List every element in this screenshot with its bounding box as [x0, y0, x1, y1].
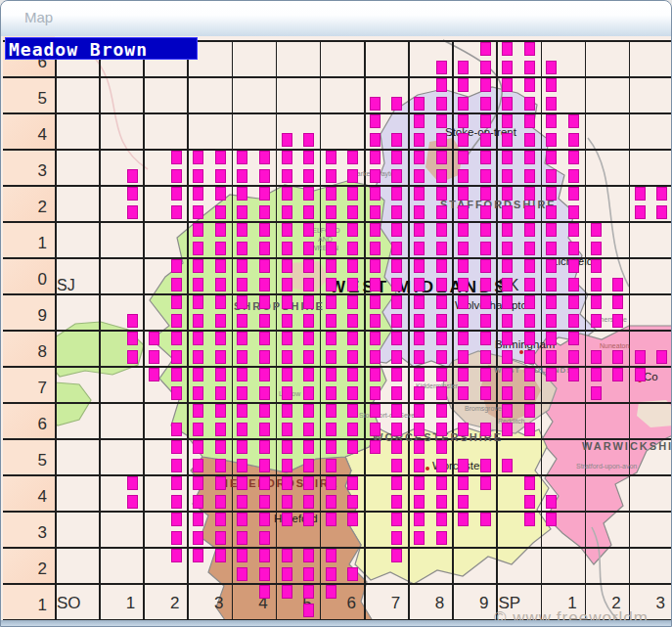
- record-mark: [303, 567, 314, 581]
- record-mark: [127, 476, 138, 490]
- record-mark: [303, 259, 314, 273]
- record-mark: [237, 169, 247, 183]
- record-mark: [546, 242, 557, 255]
- record-mark: [502, 205, 513, 219]
- record-mark: [458, 314, 469, 328]
- record-mark: [282, 295, 292, 309]
- record-mark: [414, 205, 425, 219]
- record-mark: [436, 242, 447, 255]
- record-mark: [568, 223, 579, 237]
- record-mark: [326, 259, 336, 273]
- record-mark: [237, 259, 247, 273]
- record-mark: [127, 332, 138, 345]
- record-mark: [612, 368, 623, 381]
- record-mark: [215, 440, 226, 454]
- record-mark: [193, 368, 203, 381]
- record-mark: [347, 169, 358, 183]
- record-mark: [414, 386, 425, 400]
- place-label: Bromsgrove: [465, 405, 502, 412]
- record-mark: [326, 549, 336, 562]
- record-mark: [568, 114, 579, 128]
- record-mark: [414, 476, 425, 490]
- record-mark: [370, 97, 381, 111]
- map-canvas[interactable]: 6543210987654321SO123456789SP123SJSK Sto…: [1, 36, 672, 622]
- record-mark: [480, 368, 491, 381]
- record-mark: [635, 205, 646, 219]
- record-mark: [347, 495, 358, 509]
- record-mark: [237, 459, 247, 472]
- record-mark: [303, 476, 314, 490]
- record-mark: [414, 332, 425, 345]
- record-mark: [303, 133, 314, 147]
- record-mark: [282, 585, 292, 599]
- record-mark: [193, 423, 203, 436]
- record-mark: [480, 223, 491, 237]
- record-mark: [347, 404, 358, 418]
- record-mark: [546, 295, 557, 309]
- record-mark: [524, 114, 535, 128]
- record-mark: [171, 549, 182, 562]
- record-mark: [171, 295, 182, 309]
- record-mark: [436, 151, 447, 164]
- record-mark: [259, 531, 270, 545]
- record-mark: [237, 404, 247, 418]
- record-mark: [193, 495, 203, 509]
- record-mark: [414, 314, 425, 328]
- record-mark: [370, 259, 381, 273]
- record-mark: [215, 549, 226, 562]
- record-mark: [215, 423, 226, 436]
- record-mark: [282, 205, 292, 219]
- record-mark: [347, 567, 358, 581]
- record-mark: [502, 78, 513, 92]
- record-mark: [193, 549, 203, 562]
- record-mark: [326, 187, 336, 201]
- record-mark: [591, 278, 602, 291]
- record-mark: [215, 386, 226, 400]
- record-mark: [591, 223, 602, 237]
- record-mark: [568, 332, 579, 345]
- record-mark: [193, 513, 203, 526]
- record-mark: [612, 350, 623, 364]
- record-mark: [524, 423, 535, 436]
- record-mark: [414, 151, 425, 164]
- record-mark: [546, 350, 557, 364]
- record-mark: [524, 295, 535, 309]
- record-mark: [480, 423, 491, 436]
- record-mark: [149, 332, 159, 345]
- record-mark: [568, 169, 579, 183]
- record-mark: [414, 459, 425, 472]
- grid-line-horizontal: [3, 76, 672, 78]
- record-mark: [347, 350, 358, 364]
- window-title: Map: [24, 9, 53, 25]
- record-mark: [215, 368, 226, 381]
- record-mark: [127, 205, 138, 219]
- title-bar[interactable]: Map: [1, 1, 671, 36]
- record-mark: [326, 404, 336, 418]
- record-mark: [326, 242, 336, 255]
- record-mark: [347, 259, 358, 273]
- record-mark: [303, 314, 314, 328]
- record-mark: [282, 242, 292, 255]
- record-mark: [326, 368, 336, 381]
- record-mark: [370, 242, 381, 255]
- record-mark: [303, 495, 314, 509]
- record-mark: [436, 223, 447, 237]
- record-mark: [370, 440, 381, 454]
- record-mark: [347, 278, 358, 291]
- record-mark: [215, 476, 226, 490]
- record-mark: [193, 259, 203, 273]
- record-mark: [193, 242, 203, 255]
- record-mark: [391, 440, 402, 454]
- record-mark: [414, 513, 425, 526]
- record-mark: [458, 242, 469, 255]
- record-mark: [347, 513, 358, 526]
- species-name-label[interactable]: Meadow Brown: [5, 37, 198, 60]
- record-mark: [436, 531, 447, 545]
- col-label: 1: [101, 585, 135, 613]
- record-mark: [414, 223, 425, 237]
- record-mark: [458, 386, 469, 400]
- record-mark: [458, 495, 469, 509]
- record-mark: [347, 332, 358, 345]
- record-mark: [237, 314, 247, 328]
- record-mark: [326, 585, 336, 599]
